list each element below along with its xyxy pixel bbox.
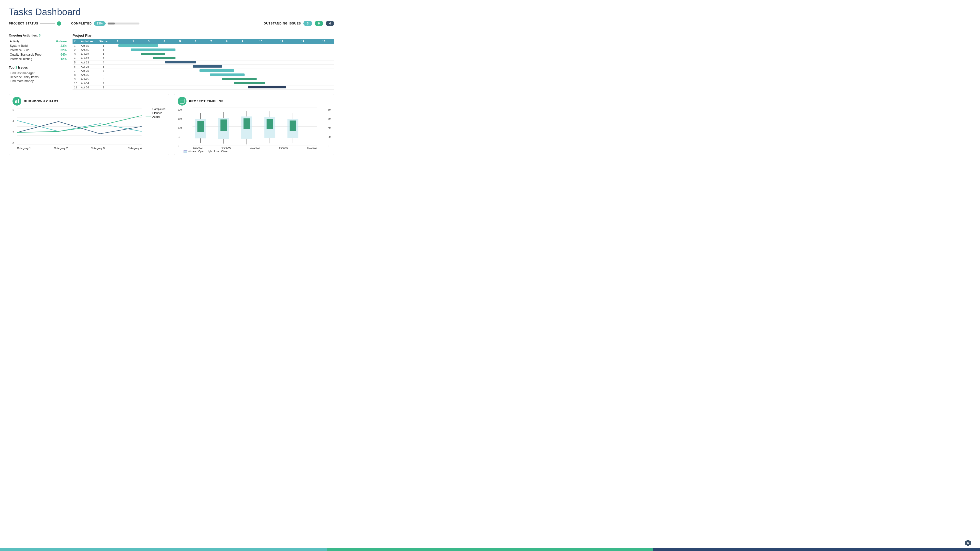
activity-pct-2: 32% (51, 48, 68, 52)
gantt-col-1: 1 (110, 39, 126, 44)
gantt-col-11: 11 (271, 39, 292, 44)
gantt-status-3: 4 (97, 52, 110, 56)
gantt-activity-5: Act-23 (80, 60, 97, 65)
gantt-row-8: 8Act-255 (73, 73, 334, 77)
timeline-legend: Volume Open High Low Close (183, 150, 326, 153)
activity-row-1: System Build 23% (9, 44, 68, 48)
gantt-bar-cell-11 (110, 86, 334, 90)
activity-name-3: Quality Standards Prep (9, 52, 51, 57)
gantt-status-5: 4 (97, 60, 110, 65)
gantt-bar-5 (165, 61, 196, 64)
ongoing-activities-title: Ongoing Activities: 5 (9, 33, 68, 37)
gantt-num-7: 7 (73, 69, 80, 73)
gantt-bar-cell-10 (110, 81, 334, 86)
y-axis: 6 4 2 0 (13, 108, 15, 149)
gantt-col-6: 6 (188, 39, 204, 44)
gantt-bar-8 (210, 73, 245, 76)
gantt-activity-1: Act-15 (80, 44, 97, 48)
gantt-table: # Activities Status 1 2 3 4 5 6 7 8 9 10… (73, 39, 334, 90)
issue-badge-4: 4 (326, 21, 334, 26)
activity-pct-1: 23% (51, 44, 68, 48)
gantt-row-11: 11Act-349 (73, 86, 334, 90)
legend-completed-line (146, 109, 151, 109)
gantt-row-6: 6Act-255 (73, 65, 334, 69)
right-panel: Project Plan # Activities Status 1 2 3 4… (73, 33, 334, 90)
project-status-label: PROJECT STATUS (9, 22, 38, 25)
gantt-col-8: 8 (219, 39, 235, 44)
activity-row-3: Quality Standards Prep 64% (9, 52, 68, 57)
issue-item-1: Find test manager (9, 71, 68, 75)
timeline-x-labels: 5/1/2002 6/1/2002 7/1/2002 8/1/2002 9/1/… (183, 146, 326, 149)
gantt-bar-cell-1 (110, 44, 334, 48)
gantt-bar-cell-5 (110, 60, 334, 65)
left-panel: Ongoing Activities: 5 Activity % done Sy… (9, 33, 68, 90)
burndown-chart-area: Category 1 Category 2 Category 3 Categor… (17, 108, 142, 149)
gantt-bar-9 (222, 78, 256, 80)
gantt-body: 1Act-1512Act-1513Act-2344Act-2345Act-234… (73, 44, 334, 90)
gantt-bar-cell-2 (110, 48, 334, 52)
svg-rect-33 (266, 119, 273, 129)
timeline-y-left: 200 150 100 50 0 (178, 108, 183, 153)
legend-completed: Completed (146, 108, 165, 110)
status-dot (57, 21, 61, 26)
legend-planned-label: Planned (153, 111, 162, 114)
activity-table: Activity % done System Build 23% Interfa… (9, 39, 68, 61)
gantt-row-3: 3Act-234 (73, 52, 334, 56)
gantt-status-6: 5 (97, 65, 110, 69)
svg-point-3 (15, 100, 16, 101)
gantt-bar-cell-3 (110, 52, 334, 56)
issue-badge-3: 3 (303, 21, 312, 26)
activity-header-row: Activity % done (9, 39, 68, 44)
gantt-bar-cell-8 (110, 73, 334, 77)
activity-row-4: Interface Testing 12% (9, 57, 68, 61)
timeline-header: PROJECT TIMELINE (178, 97, 331, 106)
gantt-num-10: 10 (73, 81, 80, 86)
status-bar: PROJECT STATUS COMPLETED 23% OUTSTANDING… (9, 21, 334, 29)
gantt-num-9: 9 (73, 77, 80, 81)
completed-label: COMPLETED (71, 22, 92, 25)
gantt-header-row: # Activities Status 1 2 3 4 5 6 7 8 9 10… (73, 39, 334, 44)
timeline-y-right: 80 60 40 20 0 (327, 108, 331, 153)
activity-name-2: Interface Build (9, 48, 51, 52)
main-content: Ongoing Activities: 5 Activity % done Sy… (9, 33, 334, 90)
gantt-activity-9: Act-25 (80, 77, 97, 81)
gantt-row-4: 4Act-234 (73, 56, 334, 60)
pct-col-header: % done (51, 39, 68, 44)
gantt-activity-3: Act-23 (80, 52, 97, 56)
gantt-num-4: 4 (73, 56, 80, 60)
gantt-num-3: 3 (73, 52, 80, 56)
gantt-col-4: 4 (157, 39, 172, 44)
gantt-bar-2 (130, 49, 175, 51)
activity-name-4: Interface Testing (9, 57, 51, 61)
gantt-col-12: 12 (292, 39, 313, 44)
gantt-col-2: 2 (126, 39, 141, 44)
gantt-num-5: 5 (73, 60, 80, 65)
gantt-activity-7: Act-25 (80, 69, 97, 73)
issues-section: Top 3 Issues Find test manager Descope R… (9, 66, 68, 83)
completed-bar: 23% (94, 21, 140, 26)
gantt-status-2: 1 (97, 48, 110, 52)
gantt-status-10: 9 (97, 81, 110, 86)
legend-actual: Actual (146, 115, 165, 118)
project-plan-title: Project Plan (73, 33, 334, 38)
svg-point-4 (16, 102, 18, 103)
gantt-activity-8: Act-25 (80, 73, 97, 77)
completed-fill (108, 22, 115, 24)
burndown-content: 6 4 2 0 (13, 108, 165, 149)
gantt-num-8: 8 (73, 73, 80, 77)
activity-col-header: Activity (9, 39, 51, 44)
timeline-icon (178, 97, 186, 106)
activity-row-2: Interface Build 32% (9, 48, 68, 52)
burndown-header: BURNDOWN CHART (13, 97, 165, 106)
gantt-col-7: 7 (204, 39, 219, 44)
activity-pct-3: 64% (51, 52, 68, 57)
timeline-panel: PROJECT TIMELINE 200 150 100 50 0 (174, 94, 334, 155)
gantt-status-8: 5 (97, 73, 110, 77)
gantt-bar-cell-4 (110, 56, 334, 60)
issues-title: Top 3 Issues (9, 66, 68, 69)
gantt-bar-1 (118, 44, 158, 47)
gantt-status-4: 4 (97, 56, 110, 60)
svg-rect-37 (290, 121, 296, 131)
gantt-row-5: 5Act-234 (73, 60, 334, 65)
gantt-bar-cell-9 (110, 77, 334, 81)
